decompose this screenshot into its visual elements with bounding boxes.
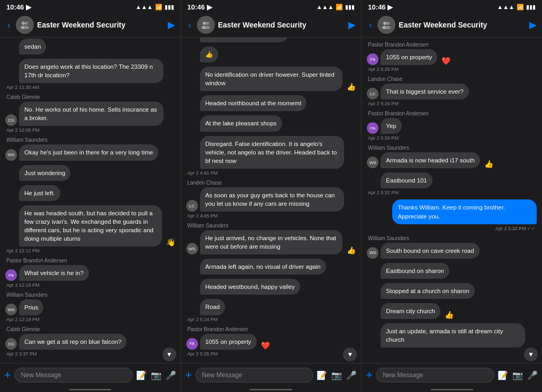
svg-point-7 [205, 26, 210, 29]
home-indicator [431, 389, 473, 390]
group-avatar [16, 16, 34, 34]
add-attachment-button[interactable]: + [4, 368, 11, 382]
chat-title: Easter Weekend Security [218, 21, 346, 29]
message-reaction: 👍 [484, 160, 493, 168]
message-bubble: He just arrived, no change in vehicles. … [200, 230, 343, 254]
message-group: 👍 [186, 47, 356, 62]
back-button[interactable]: ‹ [186, 19, 194, 32]
message-row: No identification on driver however. Sup… [186, 67, 356, 91]
svg-point-4 [203, 22, 206, 25]
message-bubble: Eastbound 101 [381, 172, 432, 188]
message-group: He just left. [5, 185, 175, 201]
input-action-icons: 📝 📷 🎤 [317, 370, 357, 380]
camera-icon[interactable]: 📷 [512, 370, 523, 380]
message-row: WSPrius [5, 299, 175, 315]
message-avatar: PA [5, 269, 17, 281]
status-time: 10:46 ▶ [6, 3, 31, 11]
message-row: PA1055 on property❤️ [186, 334, 356, 350]
status-icons: ▲▲▲ 📶 ▮▮▮ [497, 4, 536, 11]
sender-name: William Saunders [5, 137, 175, 143]
message-time: Apr 2 5:29 PM [367, 135, 537, 141]
message-group: At the lake pleasant shops [186, 115, 356, 131]
message-bubble: No. He works out of his home. Sells insu… [19, 102, 164, 126]
message-bubble: At the lake pleasant shops [200, 115, 282, 131]
message-time: Apr 2 5:32 PM ✓✓ [367, 226, 537, 231]
sender-name: William Saunders [367, 235, 537, 241]
svg-point-5 [206, 22, 209, 25]
microphone-icon[interactable]: 🎤 [346, 370, 357, 380]
message-bubble: No identification on driver however. Sup… [200, 67, 343, 91]
phone-1: 10:46 ▶ ▲▲▲ 📶 ▮▮▮ ‹ Easter Weekend Secur… [0, 0, 181, 392]
message-group: No identification on driver however. Sup… [186, 67, 356, 91]
camera-icon[interactable]: 📷 [331, 370, 342, 380]
status-time: 10:46 ▶ [368, 3, 393, 11]
message-group: Just an update, armada is still at dream… [367, 323, 537, 348]
video-call-button[interactable]: ▶ [348, 19, 356, 31]
message-row: WSArmada is now headed i17 south👍 [367, 152, 537, 168]
sender-name: Pastor Brandon Andersen [5, 258, 175, 263]
video-call-button[interactable]: ▶ [168, 19, 175, 31]
message-reaction: 👍 [347, 83, 356, 91]
message-avatar: PA [186, 338, 198, 350]
message-time: Apr 2 12:05 PM [5, 127, 175, 133]
message-bubble: Headed westbound, happy valley [200, 279, 300, 295]
microphone-icon[interactable]: 🎤 [166, 370, 176, 380]
status-bar: 10:46 ▶ ▲▲▲ 📶 ▮▮▮ [362, 0, 542, 13]
chat-title: Easter Weekend Security [37, 21, 165, 29]
battery-icon: ▮▮▮ [345, 4, 355, 11]
sender-name: Landon Chase [186, 180, 356, 186]
message-avatar: WS [5, 304, 17, 315]
message-group: William SaundersWSSouth bound on cave cr… [367, 235, 537, 259]
message-time: Apr 2 12:12 PM [5, 248, 175, 253]
message-bubble: 👍 [200, 47, 218, 62]
message-group: Headed westbound, happy valley [186, 279, 356, 295]
message-input-field[interactable]: New Message [376, 368, 494, 382]
video-call-button[interactable]: ▶ [529, 19, 537, 31]
message-avatar: WS [367, 157, 378, 168]
message-time: Apr 2 11:30 AM [5, 85, 175, 90]
back-button[interactable]: ‹ [367, 19, 374, 32]
camera-icon[interactable]: 📷 [151, 370, 161, 380]
sender-name: Caleb Glennie [5, 94, 175, 100]
message-row: Armada left again, no visual of driver a… [186, 259, 356, 275]
phone-3: 10:46 ▶ ▲▲▲ 📶 ▮▮▮ ‹ Easter Weekend Secur… [362, 0, 542, 392]
svg-point-9 [386, 22, 390, 25]
message-time: Apr 2 5:32 PM [367, 190, 537, 195]
messages-area: Pastor Brandon AndersenPA1055 on propert… [362, 38, 542, 363]
add-attachment-button[interactable]: + [185, 368, 192, 382]
microphone-icon[interactable]: 🎤 [527, 370, 538, 380]
back-button[interactable]: ‹ [5, 19, 13, 32]
message-avatar: LC [367, 88, 378, 99]
note-icon[interactable]: 📝 [317, 370, 327, 380]
message-row: Dream city church👍 [367, 303, 537, 319]
message-group: Caleb GlennieCGCan we get a sit rep on b… [5, 326, 175, 357]
note-icon[interactable]: 📝 [498, 370, 508, 380]
message-time: Apr 2 5:26 PM [367, 101, 537, 106]
message-reaction: 👍 [445, 311, 454, 319]
message-row: Eastbound 101 [367, 172, 537, 188]
message-row: sedan [5, 39, 175, 54]
message-time: Apr 2 5:25 PM [367, 67, 537, 72]
messages-area: The armada is on the moove👍No identifica… [181, 38, 362, 363]
message-bubble: 1055 on property [381, 49, 437, 65]
message-group: Pastor Brandon AndersenPA1055 on propert… [367, 42, 537, 72]
message-bubble: That is biggest service ever? [381, 84, 468, 99]
input-action-icons: 📝 📷 🎤 [498, 370, 538, 380]
message-reaction: 👋 [166, 238, 175, 247]
message-group: Pastor Brandon AndersenPAYepApr 2 5:29 P… [367, 111, 537, 141]
signal-icon: ▲▲▲ [497, 4, 514, 10]
status-icons: ▲▲▲ 📶 ▮▮▮ [317, 4, 355, 11]
scroll-down-button[interactable]: ▼ [162, 348, 176, 361]
note-icon[interactable]: 📝 [136, 370, 147, 380]
new-message-placeholder: New Message [383, 371, 423, 379]
status-icons: ▲▲▲ 📶 ▮▮▮ [136, 4, 174, 11]
new-message-placeholder: New Message [202, 371, 242, 379]
message-row: 👍 [186, 47, 356, 62]
message-group: Stopped at a church on sharon [367, 283, 537, 299]
add-attachment-button[interactable]: + [366, 368, 373, 382]
message-input-field[interactable]: New Message [195, 368, 314, 382]
scroll-down-button[interactable]: ▼ [524, 348, 538, 361]
message-bubble: Can we get a sit rep on blue falcon? [19, 334, 127, 350]
message-input-field[interactable]: New Message [14, 368, 133, 382]
message-bubble: Does angelo work at this location? The 2… [19, 59, 164, 83]
